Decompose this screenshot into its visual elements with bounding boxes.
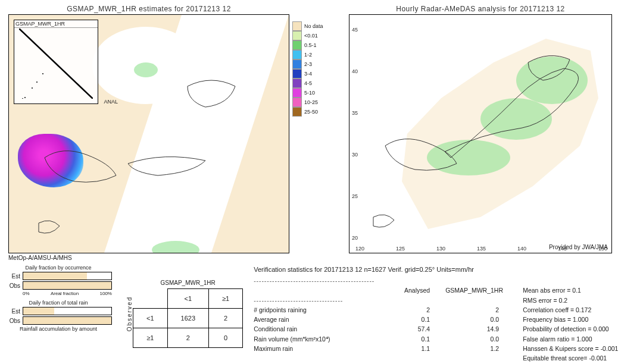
stat-label: Maximum rain — [254, 344, 361, 353]
colhdr-gsmap: GSMAP_MWR_1HR — [445, 285, 499, 295]
axis-left: 0% — [23, 291, 30, 296]
lon-tick: 140 — [517, 246, 526, 252]
bar-label: Obs — [5, 318, 23, 324]
bars-title-2: Daily fraction of total rain — [5, 300, 112, 306]
lon-tick: 120 — [355, 246, 364, 252]
stat-label: # gridpoints raining — [254, 305, 361, 315]
conf-cell-00: 1623 — [167, 309, 208, 328]
legend-item: 5-10 — [292, 88, 337, 98]
svg-point-0 — [22, 98, 23, 99]
maps-row: GSMAP_MWR_1HR estimates for 20171213 12 … — [5, 5, 638, 253]
legend-swatch — [292, 31, 302, 40]
legend-swatch — [292, 98, 302, 107]
legend-label: 0.5-1 — [304, 42, 317, 48]
legend-label: <0.01 — [304, 33, 318, 39]
right-map-title: Hourly Radar-AMeDAS analysis for 2017121… — [349, 5, 612, 13]
bar-fill — [23, 317, 111, 324]
lat-tick: 45 — [352, 27, 358, 33]
legend-swatch — [292, 59, 302, 69]
axis-right: 100% — [100, 291, 112, 296]
bar-label: Est — [5, 273, 23, 280]
legend-label: 10-25 — [304, 99, 318, 105]
lon-tick: 150 — [598, 246, 607, 252]
lon-tick: 130 — [436, 246, 445, 252]
stats-block: Verification statistics for 20171213 12 … — [254, 265, 638, 363]
subheader-rule: - - - - - - - - - - - - - - - - - - - - … — [254, 296, 499, 305]
legend-item: No data — [292, 21, 337, 31]
legend-swatch — [292, 40, 302, 50]
svg-point-1 — [24, 97, 26, 98]
stat-analysed: 0.1 — [376, 315, 430, 324]
lon-tick: 125 — [396, 246, 405, 252]
sensor-label: MetOp-A/AMSU-A/MHS — [8, 255, 638, 261]
lon-tick: 135 — [477, 246, 486, 252]
stat-gsmap: 14.9 — [445, 324, 499, 334]
metric-line: False alarm ratio = 1.000 — [523, 334, 618, 344]
stat-gsmap: 2 — [445, 305, 499, 315]
left-map-panel: GSMAP_MWR_1HR estimates for 20171213 12 … — [8, 5, 289, 253]
confusion-title: GSMAP_MWR_1HR — [133, 280, 243, 286]
bar-row: Est — [5, 307, 112, 315]
stats-row: # gridpoints raining 2 2 — [254, 305, 499, 315]
stats-col-headers: Analysed GSMAP_MWR_1HR — [254, 285, 499, 295]
bar-track — [23, 272, 112, 280]
bar-row: Obs — [5, 316, 112, 325]
axis-mid: Areal fraction — [51, 291, 79, 296]
metric-line: Hanssen & Kuipers score = -0.001 — [523, 344, 618, 353]
stat-label: Conditional rain — [254, 324, 361, 334]
lat-tick: 30 — [352, 152, 358, 158]
confusion-block: Observed GSMAP_MWR_1HR <1 ≥1 <1 1623 2 — [123, 265, 243, 363]
bottom-row: Daily fraction by occurrence Est Obs 0% … — [5, 265, 638, 363]
confusion-matrix: <1 ≥1 <1 1623 2 ≥1 2 0 — [133, 288, 243, 348]
bars-title-1: Daily fraction by occurrence — [5, 265, 112, 271]
bar-label: Est — [5, 308, 23, 315]
lat-tick: 35 — [352, 110, 358, 116]
conf-col-1: <1 — [167, 289, 208, 309]
svg-point-3 — [32, 87, 33, 89]
legend-swatch — [292, 50, 302, 59]
bar-track — [23, 316, 112, 325]
svg-point-4 — [36, 81, 38, 83]
stat-gsmap: 1.2 — [445, 344, 499, 353]
lon-tick: 145 — [558, 246, 567, 252]
legend-swatch — [292, 21, 302, 31]
stat-analysed: 1.1 — [376, 344, 430, 353]
conf-row-2: ≥1 — [133, 328, 168, 348]
conf-cell-11: 0 — [209, 328, 243, 348]
colhdr-analysed: Analysed — [376, 285, 430, 295]
legend-label: No data — [304, 23, 323, 29]
lat-tick: 20 — [352, 235, 358, 241]
stat-analysed: 57.4 — [376, 324, 430, 334]
stat-label: Rain volume (mm*km²x10⁴) — [254, 334, 361, 344]
metric-line: Mean abs error = 0.1 — [523, 285, 618, 295]
svg-point-5 — [42, 73, 43, 74]
bar-row: Obs — [5, 281, 112, 290]
bars-caption-3: Rainfall accumulation by amount — [5, 326, 112, 332]
legend-item: <0.01 — [292, 31, 337, 40]
lat-tick: 25 — [352, 193, 358, 199]
metric-line: Correlation coeff = 0.172 — [523, 305, 618, 315]
bar-track — [23, 281, 112, 290]
conf-row-1: <1 — [133, 309, 168, 328]
bar-track — [23, 307, 112, 315]
inset-x-label: ANAL — [104, 99, 118, 105]
legend-label: 3-4 — [304, 71, 312, 77]
fraction-bars: Daily fraction by occurrence Est Obs 0% … — [5, 265, 112, 363]
legend-item: 3-4 — [292, 69, 337, 79]
lat-tick: 40 — [352, 68, 358, 74]
stats-row: Average rain 0.1 0.0 — [254, 315, 499, 324]
conf-cell-10: 2 — [167, 328, 208, 348]
stat-analysed: 2 — [376, 305, 430, 315]
coastlines-right — [349, 15, 611, 253]
header-rule: - - - - - - - - - - - - - - - - - - - - … — [254, 276, 638, 285]
metric-line: Frequency bias = 1.000 — [523, 315, 618, 324]
verification-figure: GSMAP_MWR_1HR estimates for 20171213 12 … — [5, 5, 638, 359]
observed-label: Observed — [123, 296, 133, 331]
metric-line: RMS error = 0.2 — [523, 296, 618, 305]
legend-item: 4-5 — [292, 79, 337, 88]
skill-metrics: Mean abs error = 0.1RMS error = 0.2Corre… — [523, 285, 618, 363]
stat-gsmap: 0.0 — [445, 334, 499, 344]
stats-row: Conditional rain 57.4 14.9 — [254, 324, 499, 334]
stat-analysed: 0.1 — [376, 334, 430, 344]
bar-fill — [23, 282, 111, 289]
